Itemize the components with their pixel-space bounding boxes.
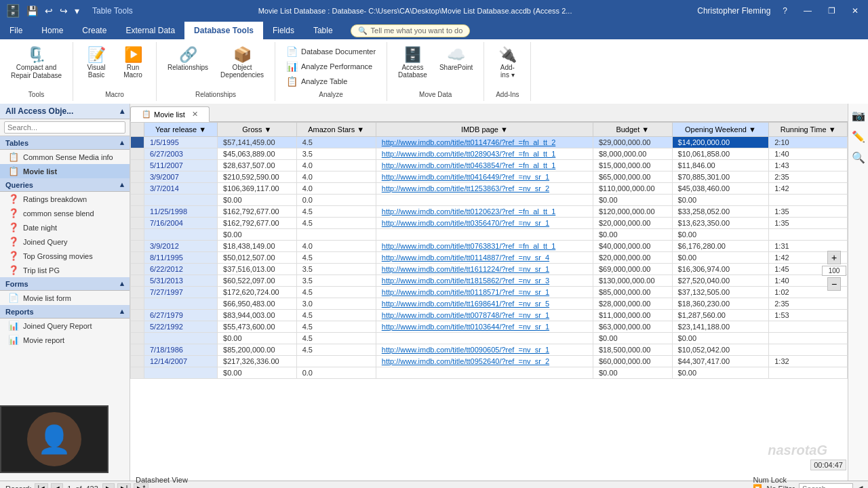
cell-budget[interactable]: $0.00: [593, 195, 672, 206]
cell-running_time[interactable]: 1:43: [769, 160, 848, 171]
cell-imdb_page[interactable]: http://www.imdb.com/title/tt0763831/?ref…: [376, 241, 593, 252]
cell-opening_weekend[interactable]: $33,258,052.00: [672, 206, 769, 218]
cell-amazon_stars[interactable]: [296, 356, 376, 367]
add-ins-btn[interactable]: 🔌 Add-ins ▾: [491, 45, 524, 81]
cell-year_release[interactable]: [144, 229, 218, 241]
cell-budget[interactable]: $11,000,000.00: [593, 310, 672, 321]
row-selector[interactable]: [131, 218, 144, 229]
minimize-btn[interactable]: —: [800, 5, 816, 17]
cell-year_release[interactable]: 5/31/2013: [144, 275, 218, 287]
cell-opening_weekend[interactable]: $0.00: [672, 333, 769, 344]
cell-year_release[interactable]: 6/27/2003: [144, 148, 218, 160]
row-selector[interactable]: [131, 287, 144, 298]
cell-gross[interactable]: $162,792,677.00: [218, 206, 297, 218]
row-selector[interactable]: [131, 160, 144, 171]
cell-year_release[interactable]: 3/9/2007: [144, 171, 218, 183]
cell-opening_weekend[interactable]: $10,052,042.00: [672, 344, 769, 356]
cell-gross[interactable]: $37,516,013.00: [218, 264, 297, 275]
col-header-imdb-page[interactable]: IMDB page ▼: [376, 123, 593, 137]
nav-item-movie-list[interactable]: 📋 Movie list: [0, 164, 130, 178]
row-selector[interactable]: [131, 356, 144, 367]
cell-year_release[interactable]: [144, 333, 218, 344]
cell-imdb_page[interactable]: http://www.imdb.com/title/tt1253863/?ref…: [376, 183, 593, 195]
cell-amazon_stars[interactable]: 4.5: [296, 310, 376, 321]
cell-running_time[interactable]: 1:42: [769, 183, 848, 195]
last-record-btn[interactable]: ▶|: [117, 483, 132, 488]
cell-running_time[interactable]: 1:35: [769, 206, 848, 218]
row-selector[interactable]: [131, 171, 144, 183]
cell-running_time[interactable]: 2:10: [769, 137, 848, 148]
tab-table[interactable]: Table: [304, 22, 342, 39]
cell-gross[interactable]: $55,473,600.00: [218, 321, 297, 333]
cell-year_release[interactable]: 8/11/1995: [144, 252, 218, 264]
cell-imdb_page[interactable]: http://www.imdb.com/title/tt0118571/?ref…: [376, 287, 593, 298]
cell-running_time[interactable]: [769, 367, 848, 379]
cell-gross[interactable]: $0.00: [218, 195, 297, 206]
cell-opening_weekend[interactable]: $44,307,417.00: [672, 356, 769, 367]
cell-running_time[interactable]: [769, 333, 848, 344]
row-selector[interactable]: [131, 195, 144, 206]
next-record-btn[interactable]: ▶: [102, 483, 115, 488]
new-record-btn[interactable]: ▶*: [134, 483, 149, 488]
cell-opening_weekend[interactable]: $0.00: [672, 195, 769, 206]
row-selector[interactable]: [131, 252, 144, 264]
cell-opening_weekend[interactable]: $0.00: [672, 252, 769, 264]
cell-gross[interactable]: $210,592,590.00: [218, 171, 297, 183]
tab-home[interactable]: Home: [32, 22, 73, 39]
cell-imdb_page[interactable]: http://www.imdb.com/title/tt0356470/?ref…: [376, 218, 593, 229]
cell-amazon_stars[interactable]: 4.0: [296, 183, 376, 195]
cell-amazon_stars[interactable]: 3.5: [296, 275, 376, 287]
scroll-left-btn[interactable]: ◀: [857, 484, 863, 488]
cell-amazon_stars[interactable]: 4.5: [296, 321, 376, 333]
cell-amazon_stars[interactable]: 4.5: [296, 218, 376, 229]
cell-amazon_stars[interactable]: 4.5: [296, 344, 376, 356]
cell-budget[interactable]: $69,000,000.00: [593, 264, 672, 275]
cell-budget[interactable]: $0.00: [593, 229, 672, 241]
nav-item-joined-query-report[interactable]: 📊 Joined Query Report: [0, 319, 130, 333]
cell-budget[interactable]: $120,000,000.00: [593, 206, 672, 218]
cell-budget[interactable]: $20,000,000.00: [593, 252, 672, 264]
row-selector[interactable]: [131, 367, 144, 379]
cell-imdb_page[interactable]: http://www.imdb.com/title/tt0463854/?ref…: [376, 160, 593, 171]
row-selector[interactable]: [131, 241, 144, 252]
cell-opening_weekend[interactable]: $45,038,460.00: [672, 183, 769, 195]
cell-opening_weekend[interactable]: $13,623,350.00: [672, 218, 769, 229]
nav-item-common-sense-blend[interactable]: ❓ common sense blend: [0, 206, 130, 220]
cell-budget[interactable]: $85,000,000.00: [593, 287, 672, 298]
cell-year_release[interactable]: [144, 298, 218, 310]
cell-budget[interactable]: $110,000,000.00: [593, 183, 672, 195]
cell-year_release[interactable]: 7/16/2004: [144, 218, 218, 229]
cell-amazon_stars[interactable]: 4.0: [296, 160, 376, 171]
sharepoint-btn[interactable]: ☁️ SharePoint: [435, 45, 477, 74]
col-header-budget[interactable]: Budget ▼: [593, 123, 672, 137]
cell-imdb_page[interactable]: http://www.imdb.com/title/tt0090605/?ref…: [376, 344, 593, 356]
database-documenter-btn[interactable]: 📄 Database Documenter: [282, 45, 380, 58]
cell-opening_weekend[interactable]: $16,306,974.00: [672, 264, 769, 275]
cell-imdb_page[interactable]: http://www.imdb.com/title/tt0078748/?ref…: [376, 310, 593, 321]
nav-item-ratings-breakdown[interactable]: ❓ Ratings breakdown: [0, 192, 130, 206]
cell-imdb_page[interactable]: http://www.imdb.com/title/tt1611224/?ref…: [376, 264, 593, 275]
pencil-icon[interactable]: ✏️: [852, 130, 865, 143]
first-record-btn[interactable]: |◀: [35, 483, 49, 488]
cell-gross[interactable]: $45,063,889.00: [218, 148, 297, 160]
cell-year_release[interactable]: 5/22/1992: [144, 321, 218, 333]
tab-create[interactable]: Create: [73, 22, 116, 39]
datasheet-container[interactable]: Year release ▼ Gross ▼ Amazon Stars ▼ IM…: [130, 122, 848, 481]
cell-budget[interactable]: $40,000,000.00: [593, 241, 672, 252]
maximize-btn[interactable]: ❐: [824, 5, 840, 17]
cell-budget[interactable]: $8,000,000.00: [593, 148, 672, 160]
tell-me-bar[interactable]: 🔍 Tell me what you want to do: [351, 24, 471, 37]
cell-imdb_page[interactable]: http://www.imdb.com/title/tt0103644/?ref…: [376, 321, 593, 333]
cell-budget[interactable]: $130,000,000.00: [593, 275, 672, 287]
cell-opening_weekend[interactable]: $6,176,280.00: [672, 241, 769, 252]
cell-year_release[interactable]: [144, 367, 218, 379]
cell-opening_weekend[interactable]: $27,520,040.00: [672, 275, 769, 287]
cell-budget[interactable]: $15,000,000.00: [593, 160, 672, 171]
object-tab-close[interactable]: ✕: [192, 110, 198, 119]
nav-item-movie-list-form[interactable]: 📄 Movie list form: [0, 291, 130, 305]
run-macro-btn[interactable]: ▶️ RunMacro: [117, 45, 149, 81]
row-selector[interactable]: [131, 137, 144, 148]
object-dependencies-btn[interactable]: 📦 ObjectDependencies: [216, 45, 268, 81]
cell-year_release[interactable]: 6/22/2012: [144, 264, 218, 275]
camera-icon[interactable]: 📷: [852, 109, 865, 122]
